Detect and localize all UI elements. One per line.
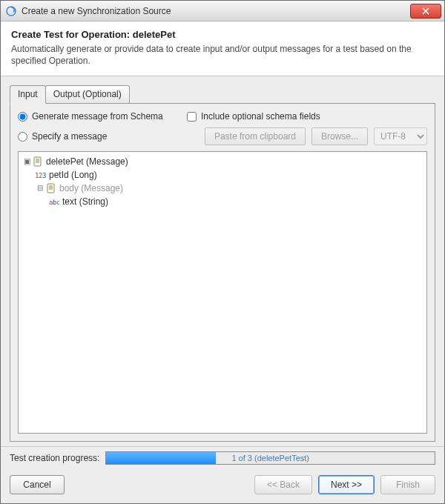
radio-generate-label: Generate message from Schema <box>32 111 163 122</box>
tree-node-body[interactable]: ⊟ body (Message) <box>22 182 423 195</box>
number-type-icon: 123 <box>35 169 47 181</box>
string-type-icon: abc <box>48 196 60 208</box>
dialog-window: Create a new Synchronization Source Crea… <box>0 0 445 504</box>
header-description: Automatically generate or provide data t… <box>11 43 426 67</box>
tree-node-label: body (Message) <box>59 182 123 195</box>
tree-expander-icon[interactable]: ▣ <box>22 155 32 168</box>
checkbox-include-optional-input[interactable] <box>187 112 197 122</box>
dialog-footer: Cancel << Back Next >> Finish <box>1 469 444 503</box>
tree-node-label: petId (Long) <box>49 168 97 182</box>
tree-expander-icon[interactable]: ⊟ <box>35 182 45 195</box>
paste-from-clipboard-button[interactable]: Paste from clipboard <box>205 127 306 145</box>
progress-text: 1 of 3 (deletePetTest) <box>106 452 435 464</box>
radio-generate-input[interactable] <box>18 112 27 122</box>
svg-rect-9 <box>47 184 54 193</box>
cancel-button[interactable]: Cancel <box>10 475 65 494</box>
radio-specify-input[interactable] <box>18 132 27 142</box>
tab-strip: Input Output (Optional) <box>10 85 435 103</box>
app-icon <box>5 5 17 17</box>
progress-row: Test creation progress: 1 of 3 (deletePe… <box>1 446 444 469</box>
tree-node-text[interactable]: abc text (String) <box>22 195 423 208</box>
progress-label: Test creation progress: <box>10 453 99 463</box>
title-bar: Create a new Synchronization Source <box>1 1 444 21</box>
tree-node-petid[interactable]: 123 petId (Long) <box>22 168 423 182</box>
window-close-button[interactable] <box>410 4 441 19</box>
dialog-body: Input Output (Optional) Generate message… <box>1 76 444 446</box>
tree-node-label: text (String) <box>62 195 108 208</box>
browse-button[interactable]: Browse... <box>312 127 368 145</box>
dialog-header: Create Test for Operation: deletePet Aut… <box>1 21 444 76</box>
tab-input[interactable]: Input <box>10 85 46 104</box>
window-title: Create a new Synchronization Source <box>22 6 410 16</box>
finish-button[interactable]: Finish <box>380 475 435 494</box>
svg-text:3: 3 <box>42 172 46 179</box>
tab-output[interactable]: Output (Optional) <box>45 85 130 103</box>
radio-generate-from-schema[interactable]: Generate message from Schema <box>18 111 181 122</box>
svg-text:c: c <box>56 199 59 206</box>
message-icon <box>45 182 57 194</box>
tab-panel-input: Generate message from Schema Include opt… <box>10 103 435 442</box>
header-title: Create Test for Operation: deletePet <box>11 29 434 40</box>
schema-tree[interactable]: ▣ deletePet (Message) 123 petId (Long) ⊟ <box>18 151 427 434</box>
back-button[interactable]: << Back <box>254 475 312 494</box>
next-button[interactable]: Next >> <box>318 475 375 494</box>
checkbox-include-optional[interactable]: Include optional schema fields <box>187 111 320 122</box>
message-icon <box>32 156 44 168</box>
encoding-select[interactable]: UTF-8 <box>374 127 427 145</box>
radio-specify-message[interactable]: Specify a message <box>18 131 181 142</box>
progress-bar: 1 of 3 (deletePetTest) <box>105 451 435 465</box>
checkbox-include-optional-label: Include optional schema fields <box>201 111 320 122</box>
svg-rect-2 <box>34 157 41 166</box>
radio-specify-label: Specify a message <box>32 131 107 142</box>
tree-node-label: deletePet (Message) <box>46 155 128 168</box>
tree-node-root[interactable]: ▣ deletePet (Message) <box>22 155 423 168</box>
